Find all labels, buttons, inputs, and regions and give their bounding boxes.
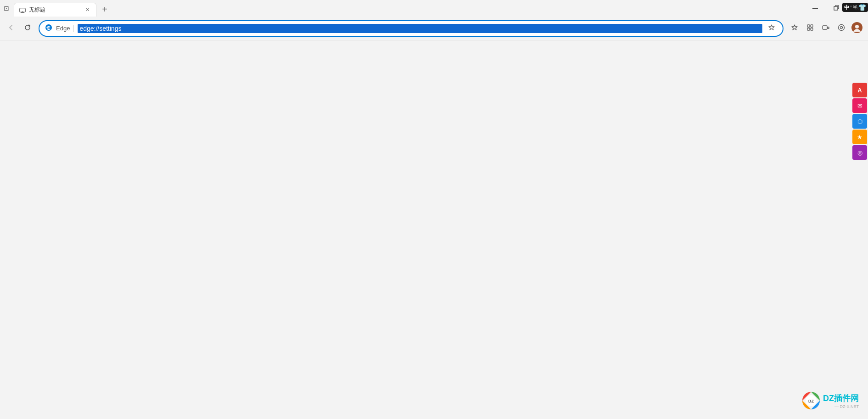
tabs-area: ⊡ 无标题 ✕ + [0,0,111,17]
svg-rect-9 [823,26,827,29]
extensions-button[interactable] [818,21,833,36]
new-tab-icon: + [102,5,107,14]
active-tab[interactable]: 无标题 ✕ [14,3,96,17]
collections-icon [806,23,814,34]
browser-essentials-button[interactable] [834,21,849,36]
svg-rect-8 [811,28,813,30]
reload-icon [24,24,31,33]
dz-subtitle: — DZ-X.NET [823,404,859,409]
address-input[interactable] [78,24,762,33]
favorites-bar-icon [790,23,799,34]
address-divider [73,25,74,32]
tab-favicon-icon [19,6,26,14]
svg-rect-5 [807,25,810,27]
svg-point-12 [840,26,843,28]
dz-circle-logo: DZ [802,391,820,410]
browser-essentials-icon [837,23,845,34]
new-tab-button[interactable]: + [98,3,111,16]
dz-brand-name: DZ插件网 [823,393,859,404]
svg-text:DZ: DZ [808,399,814,403]
tab-close-button[interactable]: ✕ [83,6,91,14]
favorites-bar-button[interactable] [787,21,802,36]
favorite-button[interactable] [766,23,777,34]
collections-button[interactable] [803,21,817,36]
minimize-button[interactable]: — [805,0,826,17]
sidebar-icon-5[interactable]: ◎ [852,145,867,160]
title-bar: ⊡ 无标题 ✕ + 中 [0,0,868,17]
close-icon: ✕ [855,5,860,11]
address-bar[interactable]: Edge [39,20,783,37]
tab-overflow-icon: ⊡ [4,5,9,12]
svg-rect-6 [811,25,813,27]
browser-icon [45,24,52,33]
profile-icon [851,22,863,35]
minimize-icon: — [812,5,818,11]
tab-strip: 无标题 ✕ + [14,0,111,17]
sidebar-icon-3[interactable]: ⬡ [852,114,867,129]
restore-icon [834,5,839,12]
svg-rect-7 [807,28,810,30]
svg-rect-10 [827,28,828,28]
tab-title: 无标题 [29,6,80,14]
close-button[interactable]: ✕ [847,0,868,17]
back-button[interactable] [4,21,18,36]
favorite-icon [768,24,775,33]
restore-button[interactable] [826,0,847,17]
svg-point-14 [855,25,859,28]
sidebar-icon-2[interactable]: ✉ [852,98,867,113]
svg-rect-2 [22,11,23,12]
tab-overflow-button[interactable]: ⊡ [0,2,13,15]
profile-button[interactable] [850,21,864,36]
back-icon [7,24,15,33]
dz-subtitle-text: DZ-X.NET [840,404,859,409]
svg-point-11 [839,24,845,30]
window-controls: — ✕ [805,0,868,17]
dz-logo: DZ DZ插件网 — DZ-X.NET [802,391,859,410]
dz-brand-text: DZ插件网 — DZ-X.NET [823,393,859,409]
sidebar-icons: A ✉ ⬡ ★ ◎ [851,81,868,162]
sidebar-icon-4[interactable]: ★ [852,130,867,144]
toolbar-right [787,21,864,36]
edge-label: Edge [56,25,70,32]
dz-watermark: DZ DZ插件网 — DZ-X.NET [802,391,859,410]
content-area: A ✉ ⬡ ★ ◎ DZ DZ插件网 — [0,40,868,419]
toolbar: Edge [0,17,868,40]
reload-button[interactable] [20,21,35,36]
svg-rect-3 [834,6,838,10]
svg-rect-1 [21,12,24,12]
sidebar-icon-1[interactable]: A [852,83,867,97]
extensions-icon [822,23,830,34]
